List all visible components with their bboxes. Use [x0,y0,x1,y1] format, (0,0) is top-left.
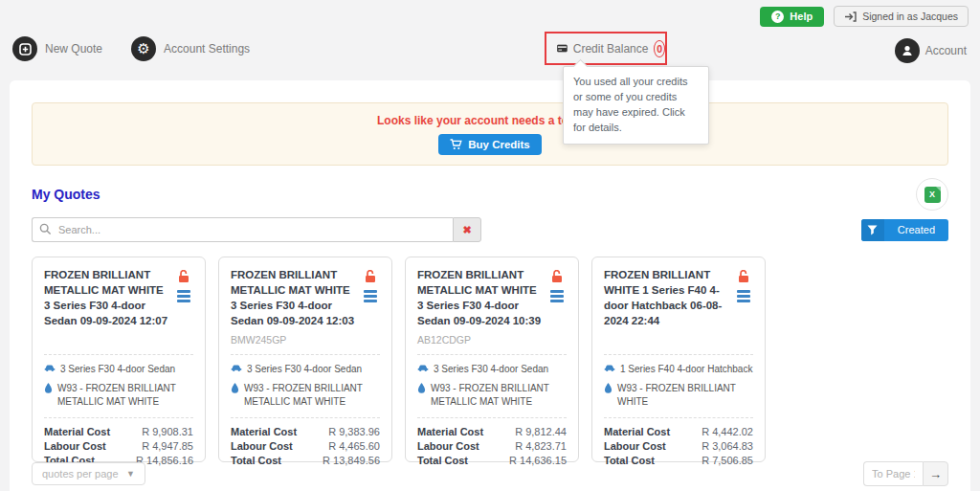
credit-tooltip-text: You used all your credits or some of you… [573,76,687,133]
quote-title: FROZEN BRILLIANT METALLIC MAT WHITE 3 Se… [231,268,357,328]
card-head: FROZEN BRILLIANT METALLIC MAT WHITE 3 Se… [231,268,380,328]
paint-line: W93 - FROZEN BRILLIANT WHITE [604,382,753,410]
card-menu-icon[interactable] [550,290,564,302]
quotes-per-page-select[interactable]: quotes per page ▼ [32,462,145,485]
vehicle-line: 3 Series F30 4-door Sedan [231,363,380,377]
labour-cost-value: R 4,947.85 [142,440,193,452]
paint-text: W93 - FROZEN BRILLIANT METALLIC MAT WHIT… [57,382,193,410]
quote-title: FROZEN BRILLIANT METALLIC MAT WHITE 3 Se… [417,268,544,328]
my-quotes-title: My Quotes [32,187,100,202]
card-menu-icon[interactable] [364,290,377,302]
quote-cards: FROZEN BRILLIANT METALLIC MAT WHITE 3 Se… [32,257,948,462]
paint-text: W93 - FROZEN BRILLIANT WHITE [617,382,753,410]
to-page-input[interactable] [863,461,923,486]
signed-in-button[interactable]: Signed in as Jacques [834,6,969,27]
car-icon [231,364,242,372]
registration-number [604,334,753,346]
buy-credits-label: Buy Credits [468,139,530,150]
search-input[interactable] [32,217,453,242]
quote-card[interactable]: FROZEN BRILLIANT WHITE 1 Series F40 4-do… [591,257,766,462]
card-head: FROZEN BRILLIANT METALLIC MAT WHITE 3 Se… [417,268,567,328]
quote-card[interactable]: FROZEN BRILLIANT METALLIC MAT WHITE 3 Se… [405,257,579,462]
registration-number: AB12CDGP [417,334,567,346]
divider [231,354,380,355]
vehicle-text: 1 Series F40 4-door Hatchback [620,363,752,377]
material-cost-label: Material Cost [604,426,670,437]
paint-line: W93 - FROZEN BRILLIANT METALLIC MAT WHIT… [417,382,567,410]
quote-title: FROZEN BRILLIANT METALLIC MAT WHITE 3 Se… [44,268,170,328]
filter-created-label: Created [884,224,948,235]
unlocked-icon [178,270,189,283]
filter-created-button[interactable]: Created [861,219,948,241]
new-quote-button[interactable]: New Quote [12,36,102,61]
credit-balance-button[interactable]: Credit Balance 0 [545,32,667,65]
credit-card-icon [557,42,568,55]
material-cost-value: R 9,908.31 [142,426,193,437]
search-group: ✖ [32,217,481,242]
unlocked-icon [365,270,376,283]
card-icons [361,268,380,328]
search-row: ✖ Created [32,217,948,242]
quotes-header: My Quotes X [32,178,948,211]
chevron-down-icon: ▼ [126,469,135,479]
material-cost-row: Material Cost R 9,812.44 [417,426,567,437]
card-menu-icon[interactable] [177,290,190,302]
car-icon [417,364,429,372]
material-cost-row: Material Cost R 9,908.31 [44,426,193,437]
labour-cost-label: Labour Cost [604,440,666,452]
new-quote-label: New Quote [45,42,102,56]
search-icon [39,223,52,235]
signed-in-label: Signed in as Jacques [862,11,958,22]
paint-line: W93 - FROZEN BRILLIANT METALLIC MAT WHIT… [231,382,380,410]
help-button[interactable]: ? Help [760,7,824,27]
divider [44,354,193,355]
labour-cost-row: Labour Cost R 4,947.85 [44,440,193,452]
go-to-page-button[interactable]: → [923,461,948,486]
vehicle-line: 3 Series F30 4-door Sedan [44,363,193,377]
paint-text: W93 - FROZEN BRILLIANT METALLIC MAT WHIT… [431,382,567,410]
footer: quotes per page ▼ → [32,461,948,486]
car-icon [604,364,615,372]
vehicle-line: 1 Series F40 4-door Hatchback [604,363,753,377]
quote-title: FROZEN BRILLIANT WHITE 1 Series F40 4-do… [604,268,730,328]
material-cost-label: Material Cost [417,426,483,437]
topbar: ? Help Signed in as Jacques [760,6,969,27]
labour-cost-label: Labour Cost [44,440,106,452]
vehicle-text: 3 Series F30 4-door Sedan [434,363,548,377]
main-nav: New Quote ⚙ Account Settings [12,36,250,61]
divider [44,417,193,418]
divider [604,417,753,418]
card-icons [734,268,753,328]
divider [417,417,567,418]
quote-card[interactable]: FROZEN BRILLIANT METALLIC MAT WHITE 3 Se… [32,257,206,462]
pagination: → [863,461,948,486]
funnel-icon [861,219,884,241]
search-wrap [32,217,453,242]
credit-balance-label: Credit Balance [573,42,649,56]
credit-balance-count: 0 [654,40,665,57]
material-cost-value: R 9,383.96 [328,426,380,437]
material-cost-label: Material Cost [231,426,297,437]
vehicle-line: 3 Series F30 4-door Sedan [417,363,567,377]
card-icons [547,268,567,328]
paint-text: W93 - FROZEN BRILLIANT METALLIC MAT WHIT… [244,382,380,410]
topup-alert-message: Looks like your account needs a top-up..… [33,114,947,127]
labour-cost-row: Labour Cost R 3,064.83 [604,440,753,452]
card-menu-icon[interactable] [737,290,750,302]
buy-credits-button[interactable]: Buy Credits [438,134,542,155]
card-head: FROZEN BRILLIANT WHITE 1 Series F40 4-do… [604,268,753,328]
registration-number [44,334,193,346]
labour-cost-row: Labour Cost R 4,465.60 [231,440,380,452]
credit-tooltip: You used all your credits or some of you… [563,66,709,145]
material-cost-value: R 9,812.44 [515,426,567,437]
account-button[interactable]: Account [895,38,967,63]
arrow-right-icon: → [929,467,942,481]
unlocked-icon [738,270,749,283]
cart-icon [450,139,462,150]
person-icon [895,38,920,63]
account-settings-button[interactable]: ⚙ Account Settings [131,36,250,61]
export-excel-button[interactable]: X [916,178,948,211]
quote-card[interactable]: FROZEN BRILLIANT METALLIC MAT WHITE 3 Se… [218,257,392,462]
clear-search-button[interactable]: ✖ [453,217,481,242]
unlocked-icon [551,270,563,283]
